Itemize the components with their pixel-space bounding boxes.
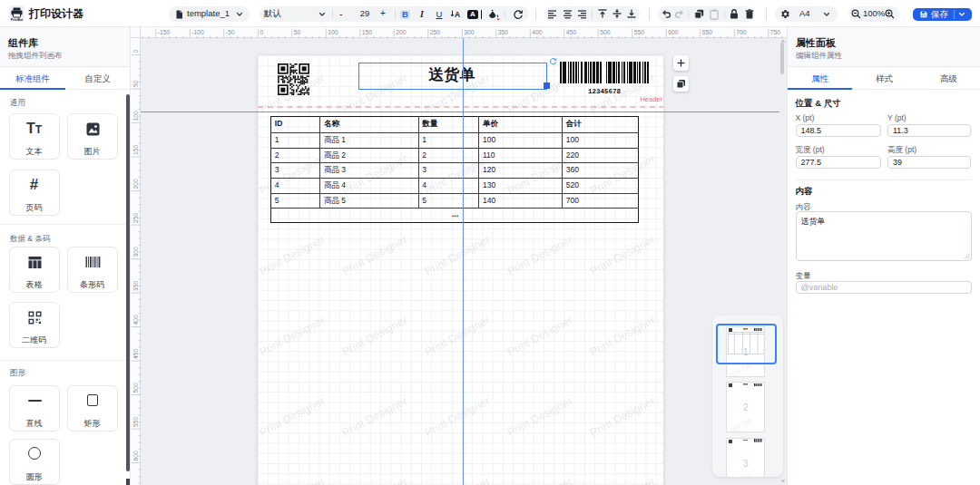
svg-text:50: 50 [132, 81, 139, 88]
svg-text:350: 350 [498, 29, 509, 35]
svg-text:100: 100 [132, 111, 139, 121]
svg-text:PrintBot: PrintBot [11, 18, 24, 22]
svg-text:550: 550 [132, 417, 139, 428]
svg-text:400: 400 [132, 315, 139, 325]
svg-text:50: 50 [294, 29, 301, 35]
svg-text:-100: -100 [191, 29, 204, 35]
svg-text:100: 100 [328, 29, 338, 35]
svg-text:300: 300 [464, 29, 475, 35]
svg-text:300: 300 [132, 247, 139, 257]
svg-text:350: 350 [132, 281, 139, 292]
svg-text:450: 450 [132, 349, 139, 360]
svg-text:0: 0 [260, 29, 263, 35]
svg-text:550: 550 [634, 29, 645, 35]
svg-text:500: 500 [132, 383, 139, 393]
svg-text:200: 200 [396, 29, 407, 35]
svg-text:600: 600 [132, 451, 139, 461]
svg-text:150: 150 [362, 29, 373, 35]
svg-text:-50: -50 [226, 29, 235, 35]
svg-text:0: 0 [132, 50, 139, 53]
svg-text:750: 750 [770, 29, 781, 35]
svg-text:200: 200 [132, 179, 139, 189]
svg-text:500: 500 [600, 29, 611, 35]
svg-text:700: 700 [736, 29, 747, 35]
svg-text:-150: -150 [158, 29, 171, 35]
svg-text:600: 600 [668, 29, 679, 35]
svg-text:A: A [455, 10, 460, 19]
svg-text:250: 250 [132, 213, 139, 224]
svg-text:650: 650 [702, 29, 713, 35]
svg-text:400: 400 [532, 29, 543, 35]
svg-text:150: 150 [132, 145, 139, 156]
svg-text:450: 450 [566, 29, 577, 35]
svg-text:250: 250 [430, 29, 441, 35]
